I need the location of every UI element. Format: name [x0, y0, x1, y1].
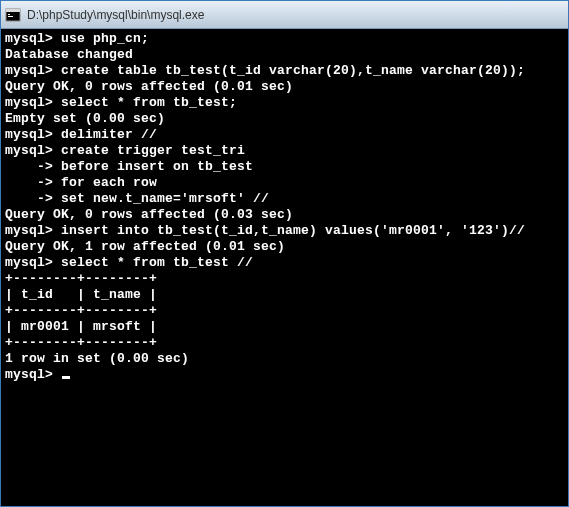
terminal-line: -> before insert on tb_test — [5, 159, 564, 175]
cursor — [62, 376, 70, 379]
terminal-line: Database changed — [5, 47, 564, 63]
window-title: D:\phpStudy\mysql\bin\mysql.exe — [27, 8, 564, 22]
terminal-line: mysql> select * from tb_test; — [5, 95, 564, 111]
app-icon — [5, 7, 21, 23]
terminal-line: | mr0001 | mrsoft | — [5, 319, 564, 335]
terminal-line: | t_id | t_name | — [5, 287, 564, 303]
window-titlebar[interactable]: D:\phpStudy\mysql\bin\mysql.exe — [1, 1, 568, 29]
svg-rect-1 — [6, 9, 20, 12]
terminal-output[interactable]: mysql> use php_cn;Database changedmysql>… — [1, 29, 568, 506]
terminal-line: +--------+--------+ — [5, 271, 564, 287]
terminal-line: mysql> use php_cn; — [5, 31, 564, 47]
svg-rect-2 — [8, 14, 10, 15]
terminal-line: +--------+--------+ — [5, 303, 564, 319]
terminal-line: -> for each row — [5, 175, 564, 191]
terminal-line: mysql> select * from tb_test // — [5, 255, 564, 271]
terminal-line: -> set new.t_name='mrsoft' // — [5, 191, 564, 207]
svg-rect-3 — [8, 16, 13, 17]
terminal-line: mysql> — [5, 367, 564, 383]
terminal-line: Empty set (0.00 sec) — [5, 111, 564, 127]
terminal-line: 1 row in set (0.00 sec) — [5, 351, 564, 367]
terminal-line: +--------+--------+ — [5, 335, 564, 351]
terminal-line: Query OK, 1 row affected (0.01 sec) — [5, 239, 564, 255]
terminal-line: Query OK, 0 rows affected (0.01 sec) — [5, 79, 564, 95]
terminal-line: mysql> insert into tb_test(t_id,t_name) … — [5, 223, 564, 239]
terminal-line: mysql> delimiter // — [5, 127, 564, 143]
terminal-line: Query OK, 0 rows affected (0.03 sec) — [5, 207, 564, 223]
terminal-line: mysql> create table tb_test(t_id varchar… — [5, 63, 564, 79]
terminal-line: mysql> create trigger test_tri — [5, 143, 564, 159]
